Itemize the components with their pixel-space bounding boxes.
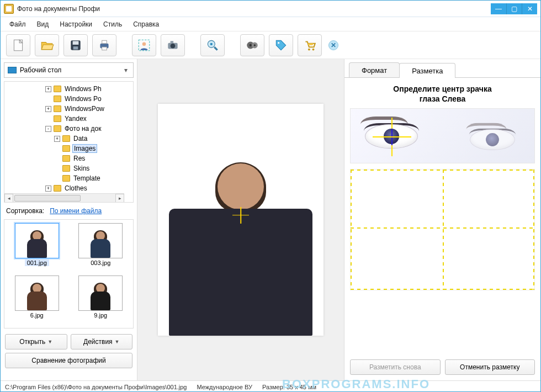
- toolbar-cart[interactable]: [298, 34, 322, 56]
- minimize-button[interactable]: —: [491, 3, 506, 14]
- tree-label: Res: [72, 155, 86, 162]
- toolbar-camera[interactable]: [161, 34, 185, 56]
- statusbar: C:\Program Files (x86)\Фото на документы…: [1, 380, 540, 392]
- svg-rect-4: [73, 46, 78, 49]
- svg-point-18: [250, 44, 252, 46]
- folder-tree[interactable]: +Windows PhWindows Po+WindowsPowYandex-Ф…: [4, 81, 134, 203]
- photo-canvas[interactable]: [137, 59, 344, 380]
- thumbnail-caption: 9.jpg: [72, 312, 130, 319]
- svg-point-21: [308, 48, 310, 50]
- tab-markup[interactable]: Разметка: [399, 63, 455, 78]
- scroll-thumb[interactable]: [14, 195, 81, 202]
- remark-button[interactable]: Разметить снова: [350, 359, 441, 375]
- svg-rect-7: [102, 47, 107, 50]
- folder-icon: [54, 115, 61, 122]
- photo-preview: [158, 104, 323, 336]
- location-bar[interactable]: Рабочий стол ▾: [4, 62, 134, 78]
- tree-label: Windows Ph: [63, 85, 103, 93]
- thumbnail[interactable]: 001.jpg: [8, 223, 66, 272]
- tab-format[interactable]: Формат: [349, 62, 400, 77]
- compare-button[interactable]: Сравнение фотографий: [5, 353, 132, 368]
- toolbar-new[interactable]: [6, 34, 30, 56]
- tree-node[interactable]: Yandex: [8, 114, 105, 124]
- expand-icon[interactable]: -: [45, 126, 51, 132]
- thumbnail[interactable]: 6.jpg: [8, 276, 66, 325]
- toolbar-video[interactable]: [240, 34, 264, 56]
- svg-rect-3: [73, 41, 79, 45]
- right-panel: Формат Разметка Определите центр зрачка …: [344, 59, 540, 380]
- expand-icon[interactable]: +: [45, 106, 51, 112]
- tree-hscrollbar[interactable]: ◂ ▸: [4, 193, 124, 202]
- thumbnail-caption: 003.jpg: [72, 259, 130, 266]
- scroll-right-icon[interactable]: ▸: [115, 194, 124, 203]
- folder-icon: [54, 125, 61, 132]
- expand-icon[interactable]: +: [45, 186, 51, 192]
- tree-label: Yandex: [63, 115, 88, 123]
- tree-label: Template: [72, 174, 102, 182]
- maximize-button[interactable]: ▢: [506, 3, 522, 14]
- expand-icon[interactable]: +: [54, 136, 60, 142]
- close-button[interactable]: ✕: [522, 3, 537, 14]
- left-panel: Рабочий стол ▾ +Windows PhWindows Po+Win…: [1, 59, 137, 380]
- folder-icon: [54, 96, 61, 102]
- thumbnail[interactable]: 003.jpg: [72, 223, 130, 272]
- window-controls: — ▢ ✕: [491, 3, 537, 14]
- status-size: Размер: 35 x 45 мм: [262, 384, 316, 390]
- tree-node[interactable]: +Clothes: [8, 183, 105, 193]
- toolbar-save[interactable]: [63, 34, 88, 56]
- tree-node[interactable]: Res: [8, 153, 105, 163]
- menu-settings[interactable]: Настройки: [54, 18, 98, 30]
- tree-node[interactable]: Skins: [8, 163, 105, 173]
- panel-heading: Определите центр зрачка глаза Слева: [344, 78, 540, 108]
- window-title: Фото на документы Профи: [17, 5, 491, 13]
- markup-grid[interactable]: [350, 169, 535, 290]
- tree-node[interactable]: -Фото на док: [8, 124, 105, 134]
- folder-icon: [62, 165, 70, 172]
- menu-file[interactable]: Файл: [4, 18, 31, 30]
- svg-rect-6: [102, 40, 107, 43]
- svg-point-11: [171, 43, 176, 48]
- menu-style[interactable]: Стиль: [98, 18, 128, 30]
- tree-node[interactable]: +Data: [8, 134, 105, 144]
- scroll-left-icon[interactable]: ◂: [4, 194, 13, 203]
- status-path: C:\Program Files (x86)\Фото на документы…: [5, 384, 187, 390]
- sort-mode-link[interactable]: По имени файла: [50, 207, 102, 215]
- menu-help[interactable]: Справка: [128, 18, 165, 30]
- thumbnail[interactable]: 9.jpg: [72, 276, 130, 325]
- tree-node[interactable]: +Windows Ph: [8, 84, 105, 94]
- expand-icon[interactable]: +: [45, 86, 51, 92]
- right-tabs: Формат Разметка: [344, 59, 540, 78]
- status-mode: Международное ВУ: [197, 384, 252, 390]
- sort-row: Сортировка: По имени файла: [1, 203, 137, 217]
- thumbnails: 001.jpg003.jpg6.jpg9.jpg: [4, 219, 134, 329]
- open-button[interactable]: Открыть▼: [5, 334, 67, 349]
- folder-icon: [62, 155, 70, 162]
- svg-line-14: [214, 47, 217, 50]
- cancel-markup-button[interactable]: Отменить разметку: [445, 359, 535, 375]
- svg-point-19: [254, 44, 256, 46]
- toolbar-crop-person[interactable]: [132, 34, 156, 56]
- tree-label: Skins: [72, 165, 91, 172]
- toolbar-zoom[interactable]: [200, 34, 225, 56]
- tree-node[interactable]: Images: [8, 144, 105, 153]
- menu-view[interactable]: Вид: [31, 18, 55, 30]
- folder-icon: [54, 105, 61, 112]
- toolbar-print[interactable]: [92, 34, 116, 56]
- toolbar-close-extras[interactable]: ✕: [328, 40, 338, 50]
- tree-label: Фото на док: [63, 125, 102, 133]
- location-dropdown-icon[interactable]: ▾: [122, 66, 130, 74]
- toolbar-tag[interactable]: [269, 34, 293, 56]
- folder-icon: [62, 175, 70, 182]
- folder-icon: [54, 86, 61, 92]
- location-label: Рабочий стол: [20, 66, 61, 74]
- svg-rect-12: [171, 41, 173, 43]
- svg-point-22: [312, 48, 315, 50]
- tree-node[interactable]: Windows Po: [8, 94, 105, 104]
- right-buttons: Разметить снова Отменить разметку: [344, 356, 540, 375]
- tree-node[interactable]: Template: [8, 173, 105, 183]
- actions-button[interactable]: Действия▼: [71, 334, 133, 349]
- tree-node[interactable]: +WindowsPow: [8, 104, 105, 114]
- svg-point-20: [278, 42, 279, 44]
- folder-icon: [62, 135, 70, 142]
- toolbar-open[interactable]: [35, 34, 59, 56]
